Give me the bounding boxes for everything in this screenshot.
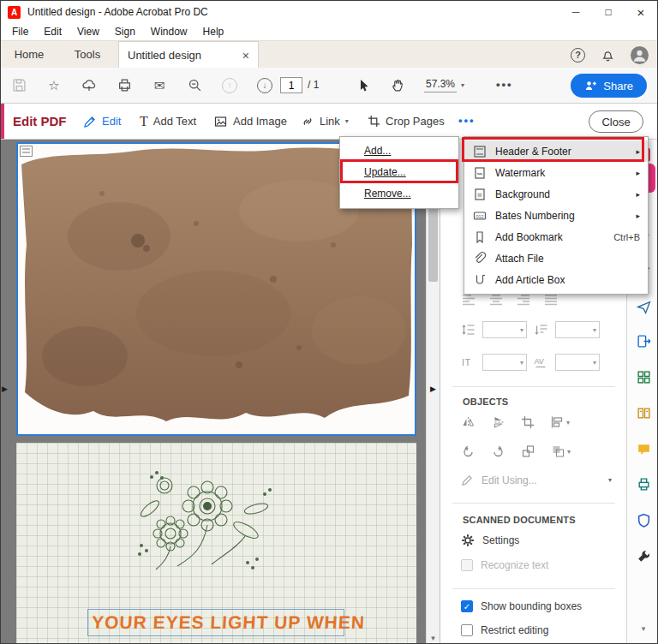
line-spacing-select[interactable]: ▾ [482,321,527,338]
help-icon[interactable]: ? [571,48,585,63]
crop-object-icon[interactable] [521,415,535,429]
align-center-icon[interactable] [488,294,504,306]
pdf-page-2[interactable]: YOUR EYES LIGHT UP WHEN [16,443,416,644]
acrobat-app-icon: A [8,6,21,19]
menu-window[interactable]: Window [143,23,195,40]
menu-item-watermark[interactable]: Watermark ▸ [464,162,648,183]
restrict-editing-control[interactable]: Restrict editing [461,624,548,636]
menu-view[interactable]: View [69,23,107,40]
flip-vertical-icon[interactable] [491,415,505,429]
menu-item-add[interactable]: Add... [340,140,458,162]
combine-files-icon[interactable] [636,369,651,385]
tab-bar: Home Tools Untitled design × ? [1,40,657,68]
menu-item-update[interactable]: Update... [340,162,458,183]
text-bounding-box[interactable]: YOUR EYES LIGHT UP WHEN [87,609,344,636]
rotate-right-icon[interactable] [491,444,505,458]
maximize-button[interactable]: □ [592,1,625,23]
export-pdf-icon[interactable] [636,333,651,349]
menu-sign[interactable]: Sign [107,23,143,40]
edit-using-control[interactable]: Edit Using... ▾ [461,474,612,486]
crop-context-menu: Add... Update... Remove... [339,136,459,209]
acrobat-window: A Untitled design - Adobe Acrobat Pro DC… [0,0,658,644]
floral-illustration[interactable] [117,462,314,590]
align-right-icon[interactable] [516,294,531,306]
settings-control[interactable]: Settings [461,534,519,547]
show-bounding-boxes-checkbox[interactable]: ✓ [461,600,473,612]
more-tools-wrench-icon[interactable] [636,548,651,564]
menu-item-bates-numbering[interactable]: 012 Bates Numbering ▸ [464,205,648,226]
zoom-value: 57.3% [424,78,457,92]
rotate-left-icon[interactable] [461,444,476,458]
kerning-select[interactable]: ▾ [555,354,600,371]
left-pane-toggle-icon[interactable]: ▶ [2,378,8,400]
paragraph-spacing-select[interactable]: ▾ [555,321,600,338]
select-tool-button[interactable] [356,77,371,94]
previous-page-button[interactable]: ↑ [222,77,237,94]
scan-ocr-icon[interactable] [636,476,651,492]
font-size-select[interactable]: ▾ [482,354,527,371]
tab-document[interactable]: Untitled design × [118,41,259,69]
tab-tools[interactable]: Tools [57,41,117,69]
replace-image-icon[interactable] [521,444,535,458]
strip-scroll-down-icon[interactable]: ▾ [627,624,658,633]
show-bounding-boxes-control[interactable]: ✓ Show bounding boxes [461,600,582,612]
submenu-arrow-icon: ▸ [636,147,640,156]
menu-edit[interactable]: Edit [36,23,69,40]
right-pane-toggle-icon[interactable]: ▶ [430,378,436,400]
favorite-star-button[interactable]: ☆ [46,77,62,94]
menu-item-add-bookmark[interactable]: Add Bookmark Ctrl+B [464,226,648,247]
align-justify-icon[interactable] [543,294,559,306]
next-page-button[interactable]: ↓ [257,77,272,94]
recognize-text-control: Recognize text [461,559,548,571]
print-button[interactable] [117,77,132,94]
menu-item-remove[interactable]: Remove... [340,183,458,205]
menu-item-attach-file[interactable]: Attach File [464,247,648,269]
protect-shield-icon[interactable] [636,512,651,528]
add-image-label: Add Image [233,115,287,128]
menu-file[interactable]: File [4,23,36,40]
send-file-icon[interactable] [636,299,651,314]
submenu-arrow-icon: ▸ [636,190,640,199]
tab-home[interactable]: Home [1,41,57,69]
notifications-bell-icon[interactable] [601,48,615,63]
toolbar-overflow-button[interactable]: ••• [496,68,513,102]
document-canvas[interactable]: YOUR EYES LIGHT UP WHEN ▲ ▼ ▶ ▶ [1,140,440,644]
scroll-down-icon[interactable]: ▼ [427,633,440,644]
hand-tool-button[interactable] [390,77,405,94]
zoom-out-button[interactable] [187,77,202,94]
organize-pages-icon[interactable] [636,405,651,420]
zoom-control[interactable]: 57.3% ▾ [424,68,464,103]
minimize-button[interactable]: ─ [559,1,592,23]
editbar-overflow-button[interactable]: ••• [458,104,476,138]
restrict-editing-label: Restrict editing [481,624,548,636]
align-left-icon[interactable] [461,294,476,306]
email-button[interactable]: ✉ [152,77,167,94]
edit-button[interactable]: Edit [83,104,121,139]
restrict-editing-checkbox[interactable] [461,624,473,636]
page-number-input[interactable] [280,77,302,93]
tab-close-icon[interactable]: × [242,50,249,62]
add-text-button[interactable]: T Add Text [140,104,196,139]
star-icon: ☆ [48,79,59,92]
add-image-button[interactable]: Add Image [213,104,287,139]
menu-item-background[interactable]: Background ▸ [464,183,648,205]
upload-cloud-button[interactable] [81,77,97,94]
save-button[interactable] [11,77,27,94]
close-window-button[interactable]: × [625,1,657,23]
menu-help[interactable]: Help [195,23,232,40]
link-button[interactable]: Link ▾ [301,104,349,139]
arrange-button[interactable]: ▾ [551,444,571,458]
menu-item-add-article-box[interactable]: Add Article Box [464,269,648,290]
tool-accent-bar [1,104,4,139]
menu-item-header-footer[interactable]: Header & Footer ▸ [464,140,648,162]
comment-icon[interactable] [636,441,651,456]
user-avatar[interactable] [631,46,649,64]
crop-pages-button[interactable]: Crop Pages [368,104,445,139]
panel-divider [452,386,615,387]
flip-horizontal-icon[interactable] [461,415,476,429]
align-objects-button[interactable]: ▾ [550,415,570,429]
link-label: Link [320,115,340,128]
share-button[interactable]: Share [571,74,647,98]
svg-text:012: 012 [476,213,483,218]
close-tool-button[interactable]: Close [589,110,643,133]
